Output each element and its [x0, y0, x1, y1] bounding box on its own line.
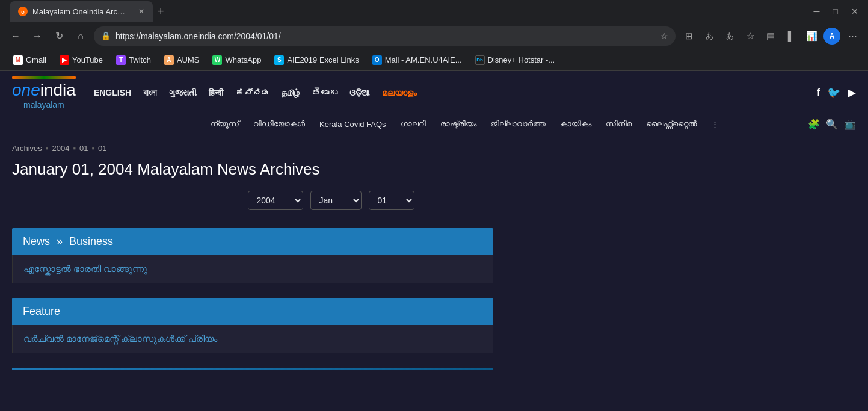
bookmark-youtube[interactable]: ▶ YouTube: [54, 53, 109, 67]
date-selectors: 2004 2003 2002 Jan Feb Mar 01 02 03: [12, 191, 650, 210]
svg-text:O: O: [21, 10, 25, 14]
bookmark-star-icon[interactable]: ☆: [660, 31, 668, 41]
sec-nav-cinema[interactable]: സിനിമ: [600, 117, 638, 131]
bookmark-aie2019-label: AIE2019 Excel Links: [287, 55, 359, 64]
news-business-item1[interactable]: എസ്കോട്ടൽ ഭാരതി വാങ്ങുന്നു: [23, 264, 147, 274]
profile-button[interactable]: A: [823, 28, 840, 45]
hotstar-favicon: Dh: [475, 55, 485, 65]
lang-malayalam[interactable]: മലയാളം: [382, 88, 417, 98]
twitter-icon[interactable]: 🐦: [827, 86, 840, 99]
gmail-favicon: M: [13, 55, 23, 65]
sec-nav-sports[interactable]: കായികം: [554, 117, 597, 131]
sec-nav-lifestyle[interactable]: ലൈഫ്സ്റ്റൈൽ: [640, 117, 703, 131]
site-logo[interactable]: oneindia malayalam: [12, 76, 76, 110]
news-business-header: News » Business: [12, 228, 493, 255]
lang-hindi[interactable]: हिन्दी: [209, 88, 223, 98]
home-button[interactable]: ⌂: [72, 28, 89, 45]
favorites-button[interactable]: ☆: [742, 28, 759, 45]
lock-icon: 🔒: [101, 31, 111, 40]
bookmark-hotstar-label: Disney+ Hotstar -...: [488, 55, 555, 64]
bookmark-gmail-label: Gmail: [26, 55, 46, 64]
refresh-button[interactable]: ↻: [51, 28, 67, 45]
facebook-icon[interactable]: f: [817, 87, 820, 99]
browser-action-buttons: ⊞ あ あ ☆ ▤ ▌ 📊 A ⋯: [680, 28, 861, 45]
browser-title-bar: O Malayalam Oneindia Archives of ✕ + ─ □…: [0, 0, 868, 23]
feature-item1[interactable]: വർച്വൽ മാനേജ്മെന്റ് ക്ലാസുകൾക്ക് പ്രിയം: [23, 333, 217, 344]
breadcrumb-day[interactable]: 01: [98, 144, 106, 153]
bookmark-aie2019[interactable]: S AIE2019 Excel Links: [268, 53, 365, 67]
twitch-favicon: T: [116, 55, 126, 65]
logo-sub: malayalam: [12, 100, 76, 110]
minimize-button[interactable]: ─: [809, 7, 825, 16]
tv-icon[interactable]: 📺: [844, 119, 856, 130]
language-nav: ENGLISH বাংলা ગુજરાતી हिन्दी ಕನ್ನಡ தமிழ்…: [94, 88, 817, 98]
news-business-title[interactable]: News » Business: [23, 235, 113, 247]
puzzle-icon[interactable]: 🧩: [808, 119, 820, 130]
active-tab[interactable]: O Malayalam Oneindia Archives of ✕: [10, 1, 153, 22]
close-button[interactable]: ✕: [846, 7, 863, 16]
extensions-button[interactable]: ⋯: [844, 28, 861, 45]
skype-favicon: S: [274, 55, 284, 65]
sec-nav-covid[interactable]: Kerala Covid FAQs: [313, 117, 392, 131]
split-screen-button[interactable]: ⊞: [680, 28, 697, 45]
feature-title[interactable]: Feature: [23, 305, 60, 317]
lang-telugu[interactable]: తెలుగు: [312, 88, 337, 98]
outlook-favicon: O: [372, 55, 382, 65]
lang-kannada[interactable]: ಕನ್ನಡ: [235, 88, 269, 98]
month-select[interactable]: Jan Feb Mar: [310, 191, 362, 210]
read-aloud-button[interactable]: あ: [701, 28, 718, 45]
page-title: January 01, 2004 Malayalam News Archives: [12, 160, 650, 179]
collections-button[interactable]: ▌: [783, 28, 799, 45]
main-content: Archives ▪ 2004 ▪ 01 ▪ 01 January 01, 20…: [0, 134, 662, 380]
sec-nav-news[interactable]: ന്യൂസ്: [205, 117, 245, 131]
breadcrumb-month[interactable]: 01: [79, 144, 88, 153]
bookmark-whatsapp-label: WhatsApp: [225, 55, 261, 64]
more-icon[interactable]: ▶: [848, 86, 856, 99]
sec-nav-district[interactable]: ജില്ലാവാർത്ത: [485, 117, 552, 131]
breadcrumb-sep2: ▪: [73, 144, 76, 153]
lang-tamil[interactable]: தமிழ்: [282, 88, 300, 98]
bookmark-mail[interactable]: O Mail - AM.EN.U4AIE...: [366, 53, 468, 67]
bookmarks-bar: M Gmail ▶ YouTube T Twitch A AUMS W What…: [0, 49, 868, 71]
font-size-button[interactable]: あ: [721, 28, 738, 45]
breadcrumb-year[interactable]: 2004: [52, 144, 69, 153]
list-item: എസ്കോട്ടൽ ഭാരതി വാങ്ങുന്നു: [13, 255, 493, 283]
new-tab-button[interactable]: +: [153, 3, 169, 20]
day-select[interactable]: 01 02 03: [369, 191, 414, 210]
site-secondary-nav: ന്യൂസ് വിഡിയോകൾ Kerala Covid FAQs ഗാലറി …: [0, 114, 868, 134]
bookmark-aums-label: AUMS: [177, 55, 200, 64]
site-top-nav: oneindia malayalam ENGLISH বাংলা ગુજરાતી…: [0, 71, 868, 114]
bookmark-hotstar[interactable]: Dh Disney+ Hotstar -...: [469, 53, 561, 67]
lang-bangla[interactable]: বাংলা: [143, 88, 157, 98]
bookmark-aums[interactable]: A AUMS: [158, 53, 206, 67]
sec-nav-videos[interactable]: വിഡിയോകൾ: [247, 117, 311, 131]
maximize-button[interactable]: □: [828, 7, 843, 16]
bookmark-gmail[interactable]: M Gmail: [7, 53, 52, 67]
section-separator: [12, 368, 493, 370]
sec-nav-gallery[interactable]: ഗാലറി: [395, 117, 432, 131]
bookmark-twitch-label: Twitch: [129, 55, 151, 64]
tab-favicon: O: [18, 7, 28, 16]
feature-header: Feature: [12, 298, 493, 325]
back-button[interactable]: ←: [7, 28, 24, 45]
sec-nav-national[interactable]: രാഷ്ട്രീയം: [434, 117, 482, 131]
sec-nav-more[interactable]: ⋮: [705, 117, 725, 131]
bookmark-twitch[interactable]: T Twitch: [110, 53, 157, 67]
aums-favicon: A: [164, 55, 174, 65]
news-business-section: News » Business എസ്കോട്ടൽ ഭാരതി വാങ്ങുന്…: [12, 228, 493, 283]
lang-gujarati[interactable]: ગુજરાતી: [169, 88, 197, 98]
browser-stats-button[interactable]: 📊: [803, 28, 820, 45]
lang-odia[interactable]: ଓଡ଼ିଆ: [349, 88, 370, 98]
search-icon[interactable]: 🔍: [826, 119, 838, 130]
breadcrumb-archives[interactable]: Archives: [12, 144, 42, 153]
reading-view-button[interactable]: ▤: [762, 28, 779, 45]
logo-arc: [12, 76, 76, 79]
whatsapp-favicon: W: [212, 55, 222, 65]
window-action-controls: ─ □ ✕: [809, 7, 863, 16]
tab-close-button[interactable]: ✕: [138, 7, 144, 16]
forward-button[interactable]: →: [29, 28, 46, 45]
news-business-items: എസ്കോട്ടൽ ഭാരതി വാങ്ങുന്നു: [12, 255, 493, 283]
lang-english[interactable]: ENGLISH: [94, 88, 131, 98]
bookmark-whatsapp[interactable]: W WhatsApp: [206, 53, 267, 67]
year-select[interactable]: 2004 2003 2002: [248, 191, 303, 210]
